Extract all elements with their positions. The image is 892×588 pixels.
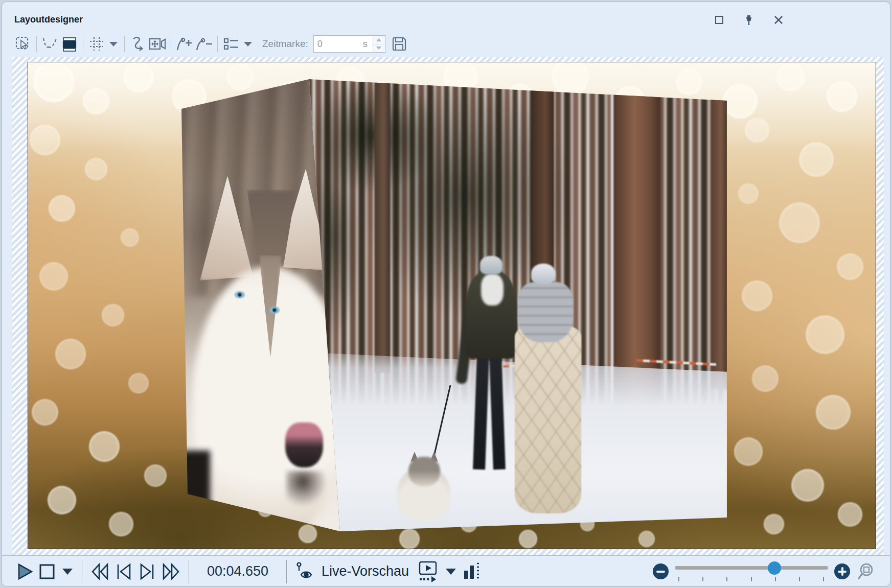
object-list-menu-button[interactable] — [244, 42, 252, 46]
rotation-curve-button[interactable] — [128, 34, 148, 54]
bokeh-circle — [791, 469, 824, 502]
bokeh-circle — [676, 68, 702, 95]
zoom-out-button[interactable] — [653, 563, 669, 579]
grid-button[interactable] — [87, 34, 106, 54]
playbar-separator — [82, 560, 82, 583]
zoom-slider[interactable] — [675, 561, 828, 582]
zeitmarke-unit: s — [363, 39, 373, 50]
spinner-up-button[interactable] — [373, 36, 385, 44]
spinner-down-button[interactable] — [373, 44, 385, 53]
camera-pan-icon — [148, 36, 167, 52]
bokeh-circle — [85, 158, 107, 180]
bokeh-circle — [83, 88, 109, 114]
bokeh-circle — [121, 228, 139, 247]
select-tool-icon — [15, 36, 31, 52]
grid-menu-button[interactable] — [109, 42, 118, 46]
zoom-slider-track[interactable] — [675, 566, 828, 570]
bokeh-circle — [816, 395, 851, 430]
preview-menu-button[interactable] — [446, 569, 456, 575]
bokeh-circle — [776, 63, 805, 91]
fast-forward-icon — [161, 562, 181, 581]
fast-forward-button[interactable] — [161, 562, 181, 581]
bokeh-circle — [837, 253, 863, 280]
bokeh-circle — [33, 62, 74, 102]
pin-button[interactable] — [742, 13, 756, 27]
zoom-slider-tick — [726, 577, 727, 581]
add-keyframe-icon — [175, 36, 194, 52]
window-title: Layoutdesigner — [14, 14, 83, 25]
canvas-frame — [12, 57, 884, 555]
toolbar: Zeitmarke: s — [2, 31, 890, 57]
layout-canvas[interactable] — [28, 62, 876, 549]
object-list-icon — [222, 36, 240, 52]
audio-meter-button[interactable] — [462, 561, 479, 582]
bokeh-circle — [838, 502, 862, 527]
save-icon — [391, 36, 407, 52]
bokeh-circle — [745, 118, 769, 143]
maximize-button[interactable] — [713, 13, 726, 27]
bokeh-circle — [638, 531, 655, 547]
live-preview-toggle[interactable] — [294, 561, 315, 582]
skip-to-end-button[interactable] — [138, 562, 157, 581]
bokeh-circle — [723, 84, 758, 119]
close-button[interactable] — [772, 13, 785, 27]
zoom-slider-tick — [775, 577, 776, 581]
bokeh-circle — [102, 304, 124, 326]
layers-button[interactable] — [60, 34, 79, 54]
bokeh-circle — [552, 62, 589, 96]
bokeh-circle — [30, 125, 60, 155]
bokeh-circle — [128, 373, 149, 393]
zoom-fit-button[interactable] — [857, 562, 877, 581]
bokeh-circle — [742, 280, 772, 311]
playbar-separator — [286, 560, 287, 583]
play-options-menu-button[interactable] — [62, 569, 73, 575]
select-tool-button[interactable] — [13, 34, 33, 54]
bokeh-circle — [227, 64, 254, 90]
rewind-button[interactable] — [89, 562, 110, 581]
preview-window-button[interactable] — [416, 561, 440, 582]
zoom-in-button[interactable] — [834, 563, 850, 579]
live-preview-label: Live-Vorschau — [322, 563, 409, 579]
bokeh-circle — [123, 62, 154, 92]
zeitmarke-spinner — [373, 36, 385, 52]
bokeh-circle — [799, 142, 834, 177]
skip-to-start-button[interactable] — [114, 562, 133, 581]
grid-icon — [88, 36, 105, 52]
remove-keyframe-button[interactable] — [194, 34, 214, 54]
bokeh-circle — [144, 464, 167, 487]
remove-keyframe-icon — [195, 36, 213, 52]
stop-button[interactable] — [38, 562, 56, 581]
camera-pan-button[interactable] — [148, 34, 167, 54]
zeitmarke-label: Zeitmarke: — [262, 38, 308, 50]
zeitmarke-input[interactable] — [314, 36, 363, 52]
bokeh-circle — [752, 365, 779, 392]
toolbar-separator — [124, 36, 125, 52]
zoom-slider-tick — [799, 577, 800, 581]
spinner-down-icon — [376, 46, 381, 50]
bokeh-circle — [399, 529, 420, 549]
zoom-slider-thumb[interactable] — [768, 561, 781, 575]
bokeh-circle — [32, 399, 58, 426]
bokeh-circle — [299, 525, 317, 543]
pin-icon — [744, 14, 754, 26]
play-icon — [15, 562, 34, 581]
object-list-button[interactable] — [221, 34, 241, 54]
toolbar-separator — [36, 36, 37, 52]
layers-icon — [61, 36, 78, 52]
motion-path-icon — [41, 36, 59, 52]
bokeh-circle — [89, 431, 120, 462]
add-keyframe-button[interactable] — [175, 34, 194, 54]
zeitmarke-field: s — [313, 35, 385, 53]
save-button[interactable] — [390, 34, 409, 54]
bokeh-circle — [39, 262, 68, 291]
bokeh-circle — [48, 486, 76, 514]
bokeh-circle — [806, 315, 844, 354]
stop-icon — [38, 562, 56, 581]
bokeh-circle — [734, 437, 763, 466]
motion-path-button[interactable] — [40, 34, 60, 54]
maximize-icon — [715, 15, 724, 25]
skip-to-start-icon — [114, 562, 133, 581]
play-button[interactable] — [15, 562, 34, 581]
bokeh-circle — [109, 512, 133, 536]
bokeh-circle — [764, 514, 784, 534]
